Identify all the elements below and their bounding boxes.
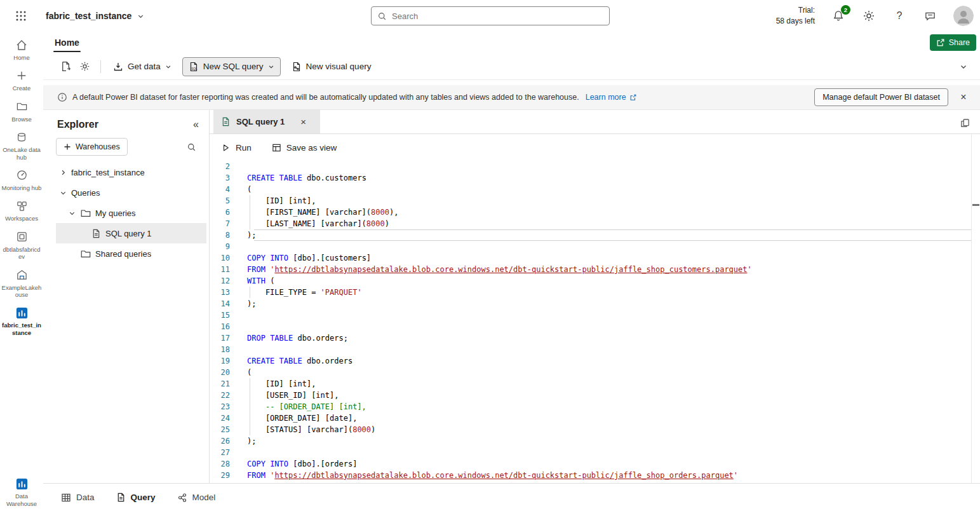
ribbon-tabs-row: Home Share [43, 32, 980, 53]
rail-item-create[interactable]: Create [1, 69, 42, 92]
help-button[interactable]: ? [892, 9, 906, 23]
visual-query-icon [292, 62, 302, 72]
workspace-title-dropdown[interactable]: fabric_test_instance [46, 11, 144, 21]
settings-button[interactable] [862, 9, 876, 23]
rail-item-label: OneLake data hub [1, 146, 42, 161]
line-number: 29 [210, 470, 239, 481]
feedback-button[interactable] [923, 9, 937, 23]
tree-item-fabric-test-instance[interactable]: fabric_test_instance [56, 162, 206, 182]
tree-item-shared-queries[interactable]: Shared queries [56, 243, 206, 264]
line-content: ( [247, 184, 252, 195]
view-tab-query[interactable]: Query [116, 493, 156, 502]
banner-close-icon[interactable]: × [956, 90, 971, 105]
line-content: [ORDER_DATE] [date], [247, 412, 357, 424]
tab-close-icon[interactable]: × [300, 116, 306, 127]
sql-editor[interactable]: 23CREATE TABLE dbo.customers4(5 [ID] [in… [210, 161, 971, 483]
chevron-down-icon [137, 13, 144, 20]
tree-item-sql-query-1[interactable]: SQL query 1 [56, 223, 206, 243]
topbar-actions: Trial: 58 days left 2 ? [776, 0, 974, 32]
share-button[interactable]: Share [930, 34, 976, 51]
new-sql-query-button[interactable]: SQL New SQL query [182, 57, 281, 76]
code-line: 23 -- [ORDER_DATE] [int], [210, 401, 971, 412]
tree-item-queries[interactable]: Queries [56, 182, 206, 203]
tree-item-label: Queries [71, 188, 100, 198]
add-warehouses-button[interactable]: Warehouses [56, 138, 128, 156]
new-report-button[interactable] [56, 57, 75, 76]
code-line: 21 [ID] [int], [210, 378, 971, 390]
ribbon-collapse-chevron-icon[interactable] [956, 59, 971, 74]
rail-item-dbtlabsfabricdev[interactable]: dbtlabsfabricdev [1, 230, 42, 261]
line-number: 26 [210, 435, 239, 447]
data-grid-icon [61, 493, 71, 503]
default-dataset-banner: A default Power BI dataset for faster re… [43, 85, 980, 110]
line-content: FROM 'https://dbtlabsynapsedatalake.blob… [247, 470, 738, 481]
rail-item-label: dbtlabsfabricdev [1, 246, 42, 261]
line-content: [LAST_NAME] [varchar](8000) [247, 218, 389, 229]
account-avatar[interactable] [953, 6, 974, 26]
rail-item-label: Browse [11, 116, 32, 123]
line-number: 16 [210, 321, 239, 332]
rail-item-label: Monitoring hub [2, 184, 42, 191]
main-content: SQL query 1 × Run Save as view 23CREATE … [210, 110, 980, 483]
rail-item-data-warehouse[interactable]: Data Warehouse [1, 477, 42, 507]
chevron-down-icon[interactable] [67, 210, 76, 217]
learn-more-link[interactable]: Learn more [586, 93, 637, 102]
line-number: 17 [210, 332, 239, 344]
manage-dataset-button[interactable]: Manage default Power BI dataset [814, 88, 948, 106]
chevron-down-icon [268, 64, 274, 70]
rail-item-examplelakehouse[interactable]: ExampleLakehouse [1, 268, 42, 299]
chevron-down-icon[interactable] [58, 189, 67, 196]
search-input[interactable] [392, 11, 603, 21]
new-visual-query-button[interactable]: New visual query [286, 57, 377, 76]
collapse-pane-icon[interactable]: « [193, 119, 199, 130]
explorer-search-icon[interactable] [184, 142, 199, 152]
code-line: 22 [USER_ID] [int], [210, 390, 971, 401]
tab-home[interactable]: Home [53, 35, 81, 50]
editor-scrollbar[interactable] [971, 134, 980, 483]
rail-item-workspaces[interactable]: Workspaces [1, 199, 42, 222]
notifications-button[interactable]: 2 [831, 9, 845, 23]
info-icon [57, 92, 67, 102]
waffle-menu-icon[interactable] [10, 5, 32, 27]
view-tab-model[interactable]: Model [177, 493, 216, 503]
rail-item-onelake-data-hub[interactable]: OneLake data hub [1, 130, 42, 161]
rail-item-monitoring-hub[interactable]: Monitoring hub [1, 168, 42, 191]
settings-gear-button[interactable] [75, 57, 94, 76]
line-content: ); [247, 229, 256, 241]
get-data-button[interactable]: Get data [107, 57, 177, 76]
line-number: 7 [210, 218, 239, 229]
rail-item-label: Data Warehouse [1, 493, 42, 507]
sql-query-icon: SQL [189, 62, 199, 72]
notification-badge: 2 [841, 5, 850, 15]
copy-icon[interactable] [957, 115, 972, 130]
code-line: 29FROM 'https://dbtlabsynapsedatalake.bl… [210, 470, 971, 481]
rail-item-label: Home [13, 54, 29, 61]
save-as-view-button[interactable]: Save as view [272, 143, 337, 153]
line-content: [FIRST_NAME] [varchar](8000), [247, 207, 398, 218]
folder-icon [80, 207, 91, 219]
run-button[interactable]: Run [221, 143, 252, 153]
view-tab-data[interactable]: Data [61, 493, 95, 503]
line-number: 19 [210, 355, 239, 367]
top-bar: fabric_test_instance Trial: 58 days left… [0, 0, 980, 32]
line-content: COPY INTO [dbo].[customers] [247, 252, 371, 264]
code-line: 16 [210, 321, 971, 332]
tree-item-my-queries[interactable]: My queries [56, 203, 206, 223]
rail-item-fabric-test-instance[interactable]: fabric_test_instance [1, 306, 42, 336]
code-line: 12WITH ( [210, 275, 971, 287]
rail-item-home[interactable]: Home [1, 38, 42, 61]
code-line: 25 [STATUS] [varchar](8000) [210, 424, 971, 435]
code-line: 20( [210, 367, 971, 378]
help-icon: ? [897, 10, 903, 22]
line-number: 18 [210, 344, 239, 355]
rail-item-browse[interactable]: Browse [1, 100, 42, 123]
chevron-right-icon[interactable] [58, 169, 67, 176]
explorer-tree: fabric_test_instanceQueriesMy queriesSQL… [43, 162, 209, 264]
query-tab[interactable]: SQL query 1 × [213, 110, 320, 133]
plus-icon [16, 69, 27, 83]
explorer-header: Explorer « [43, 110, 209, 135]
code-line: 18 [210, 344, 971, 355]
line-number: 2 [210, 161, 239, 172]
line-content: ( [247, 367, 252, 378]
line-content: ); [247, 298, 256, 310]
